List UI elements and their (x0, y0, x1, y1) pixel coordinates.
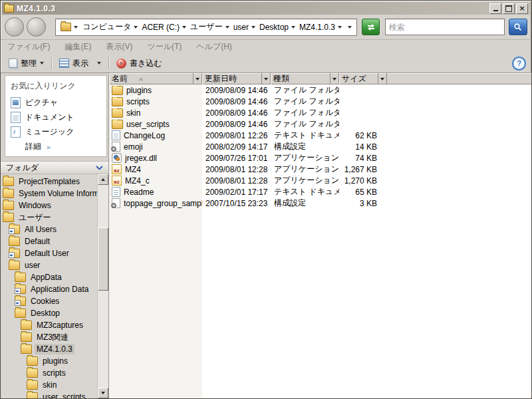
file-modified-date: 2009/08/09 14:46 (202, 97, 271, 106)
file-row[interactable]: MZ4_c 2009/08/01 12:28 アプリケーション 1,270 KB (109, 175, 531, 186)
tree-item[interactable]: ユーザー (1, 211, 97, 223)
burn-button[interactable]: 書き込む (114, 57, 165, 70)
folders-band[interactable]: フォルダ (1, 161, 108, 174)
tree-item[interactable]: Windows (1, 200, 97, 211)
file-row[interactable]: plugins 2009/08/09 14:46 ファイル フォルダ (109, 84, 531, 96)
menu-item[interactable]: ツール(T) (147, 41, 182, 53)
chevron-down-icon (251, 26, 255, 29)
search-button[interactable] (509, 19, 527, 35)
tree-item[interactable]: MZ4.1.0.3 (1, 343, 97, 355)
address-bar[interactable]: コンピュータ ACER (C:) ユーザー user Desktop (55, 19, 357, 36)
file-row[interactable]: emoji 2008/02/09 14:17 構成設定 14 KB (109, 141, 531, 152)
breadcrumb-segment[interactable]: Desktop (257, 21, 297, 33)
favorite-link[interactable]: ドキュメント (5, 110, 106, 124)
file-row[interactable]: toppage_group_sample 2007/10/15 23:23 構成… (109, 198, 531, 209)
help-icon: ? (517, 59, 521, 67)
tree-item[interactable]: Application Data (1, 283, 97, 295)
search-input[interactable] (386, 19, 504, 35)
tree-item-label: MZ3関連 (35, 331, 70, 343)
file-size: 1,270 KB (339, 176, 387, 186)
tree-item[interactable]: AppData (1, 271, 97, 283)
folder-icon (15, 309, 26, 318)
breadcrumb-segment[interactable]: ACER (C:) (140, 21, 188, 33)
window-folder-icon (4, 5, 14, 13)
tree-item[interactable]: skin (1, 379, 97, 391)
command-toolbar: 整理 表示 書き込む ? (1, 54, 531, 73)
scroll-up-button[interactable] (98, 174, 108, 185)
address-history-dropdown[interactable] (344, 19, 355, 35)
tree-item-label: ProjectTemplates (17, 176, 82, 187)
tree-item[interactable]: scripts (1, 367, 97, 379)
back-button[interactable]: ← (5, 17, 24, 37)
menu-item[interactable]: 表示(V) (106, 41, 132, 53)
scroll-down-button[interactable] (98, 388, 108, 398)
file-row[interactable]: user_scripts 2009/08/09 14:46 ファイル フォルダ (109, 118, 531, 130)
breadcrumb-segment[interactable]: MZ4.1.0.3 (297, 21, 344, 33)
file-row[interactable]: ChangeLog 2009/08/01 12:26 テキスト ドキュメント 6… (109, 130, 531, 141)
file-type-icon (112, 164, 122, 174)
tree-item[interactable]: Cookies (1, 295, 97, 307)
tree-item[interactable]: MZ3関連 (1, 331, 97, 343)
scrollbar-thumb[interactable] (98, 227, 108, 291)
file-modified-date: 2009/08/09 14:46 (202, 108, 271, 118)
tree-item[interactable]: Desktop (1, 307, 97, 319)
tree-scrollbar[interactable] (97, 174, 108, 398)
file-row[interactable]: MZ4 2009/08/01 12:28 アプリケーション 1,267 KB (109, 164, 531, 175)
file-type: 構成設定 (271, 141, 339, 152)
menu-item[interactable]: 編集(E) (65, 41, 91, 53)
refresh-button[interactable] (362, 19, 380, 35)
breadcrumb-root[interactable] (59, 21, 80, 33)
column-header[interactable]: 種類 (271, 73, 339, 84)
tree-item[interactable]: user (1, 259, 97, 271)
favorite-link[interactable]: ピクチャ (5, 95, 106, 110)
file-type: ファイル フォルダ (271, 118, 339, 130)
file-size: 62 KB (339, 131, 387, 140)
column-filter-dropdown[interactable] (330, 73, 338, 84)
file-modified-date: 2009/08/01 12:28 (202, 165, 271, 174)
tree-item[interactable]: Default User (1, 247, 97, 259)
burn-disc-icon (116, 59, 126, 68)
tree-item[interactable]: MZ3captures (1, 319, 97, 331)
shortcut-arrow-icon (15, 288, 21, 294)
file-modified-date: 2009/07/26 17:01 (202, 154, 271, 163)
tree-item[interactable]: System Volume Informati (1, 188, 97, 200)
more-links-button[interactable]: 詳細 » (5, 139, 106, 154)
column-filter-dropdown[interactable] (193, 73, 201, 84)
tree-item[interactable]: plugins (1, 355, 97, 367)
shortcut-arrow-icon (15, 300, 21, 306)
breadcrumb-segment[interactable]: ユーザー (188, 20, 231, 34)
favorite-link[interactable]: ミュージック (5, 124, 106, 139)
maximize-button[interactable] (503, 3, 515, 14)
file-row[interactable]: skin 2009/08/09 14:46 ファイル フォルダ (109, 107, 531, 118)
file-type-icon (112, 153, 122, 163)
tree-item[interactable]: user_scripts (1, 391, 97, 398)
file-name: emoji (124, 142, 143, 152)
file-name: plugins (126, 86, 152, 95)
views-button[interactable]: 表示 (57, 57, 104, 70)
tree-item[interactable]: Default (1, 235, 97, 247)
file-row[interactable]: scripts 2009/08/09 14:46 ファイル フォルダ (109, 96, 531, 107)
tree-item[interactable]: ProjectTemplates (1, 176, 97, 188)
close-button[interactable]: × (516, 3, 528, 14)
column-header[interactable]: 名前 (109, 73, 202, 84)
folder-icon (27, 356, 38, 366)
menu-item[interactable]: ファイル(F) (7, 41, 50, 53)
help-button[interactable]: ? (512, 57, 526, 70)
breadcrumb-label: ACER (C:) (142, 23, 180, 32)
minimize-button[interactable] (489, 3, 501, 14)
file-row[interactable]: jregex.dll 2009/07/26 17:01 アプリケーション拡張 7… (109, 152, 531, 164)
forward-button[interactable]: → (27, 17, 46, 37)
file-row[interactable]: Readme 2009/02/01 17:17 テキスト ドキュメント 65 K… (109, 186, 531, 198)
column-filter-dropdown[interactable] (261, 73, 270, 84)
column-header[interactable]: 更新日時 (202, 73, 271, 84)
column-filter-dropdown[interactable] (378, 73, 386, 84)
file-type: アプリケーション (271, 175, 339, 186)
menu-item[interactable]: ヘルプ(H) (196, 41, 232, 53)
tree-item[interactable]: All Users (1, 223, 97, 235)
organize-button[interactable]: 整理 (6, 57, 47, 70)
column-header[interactable]: サイズ (339, 73, 387, 84)
favorite-link-label: ミュージック (25, 126, 74, 138)
file-name: MZ4_c (125, 176, 150, 186)
breadcrumb-segment[interactable]: user (231, 21, 257, 33)
breadcrumb-segment[interactable]: コンピュータ (80, 20, 140, 34)
